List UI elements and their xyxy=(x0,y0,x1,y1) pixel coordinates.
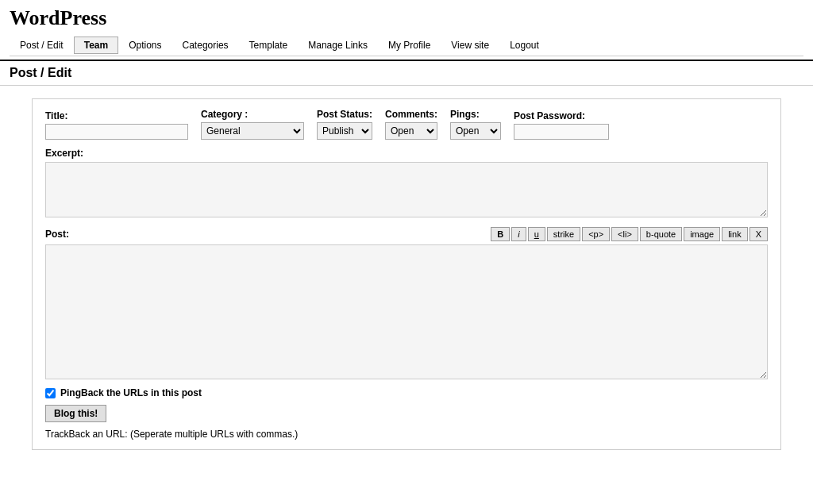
trackback-hint: (Seperate multiple URLs with commas.) xyxy=(130,429,298,440)
nav-item-template[interactable]: Template xyxy=(239,37,299,54)
post-textarea[interactable] xyxy=(45,244,768,379)
toolbar-btn-u[interactable]: u xyxy=(528,227,545,241)
comments-group: Comments: Open Closed xyxy=(385,109,437,140)
excerpt-section: Excerpt: xyxy=(45,148,768,217)
title-label: Title: xyxy=(45,110,188,121)
nav-item-team[interactable]: Team xyxy=(74,37,118,54)
main-content: Title: Category : General Post Status: P… xyxy=(0,86,813,463)
pingback-label: PingBack the URLs in this post xyxy=(60,387,202,398)
post-status-group: Post Status: Publish Draft Private xyxy=(317,109,372,140)
category-row: General xyxy=(201,122,304,140)
comments-label: Comments: xyxy=(385,109,437,120)
pings-group: Pings: Open Closed xyxy=(450,109,501,140)
excerpt-textarea[interactable] xyxy=(45,162,768,217)
nav-item-logout[interactable]: Logout xyxy=(499,37,549,54)
toolbar-btn-i[interactable]: i xyxy=(511,227,526,241)
comments-select[interactable]: Open Closed xyxy=(385,122,437,140)
pingback-row: PingBack the URLs in this post xyxy=(45,387,768,398)
toolbar-btn-x[interactable]: X xyxy=(749,227,768,241)
post-toolbar: Post: Biustrike<p><li>b-quoteimagelinkX xyxy=(45,227,768,241)
pingback-checkbox[interactable] xyxy=(45,388,56,398)
toolbar-btn-p[interactable]: <p> xyxy=(582,227,610,241)
nav-item-categories[interactable]: Categories xyxy=(172,37,239,54)
toolbar-btn-b[interactable]: B xyxy=(491,227,510,241)
app-header: WordPress Post / EditTeamOptionsCategori… xyxy=(0,0,813,61)
nav-item-options[interactable]: Options xyxy=(118,37,171,54)
nav-item-view-site[interactable]: View site xyxy=(441,37,499,54)
post-section: Post: Biustrike<p><li>b-quoteimagelinkX xyxy=(45,227,768,379)
page-heading: Post / Edit xyxy=(0,61,813,86)
post-label: Post: xyxy=(45,229,69,240)
trackback-label: TrackBack an URL: xyxy=(45,429,128,440)
title-field-group: Title: xyxy=(45,110,188,140)
post-password-group: Post Password: xyxy=(514,110,609,140)
top-row: Title: Category : General Post Status: P… xyxy=(45,109,768,140)
blog-this-button[interactable]: Blog this! xyxy=(45,405,106,422)
toolbar-btn-image[interactable]: image xyxy=(684,227,720,241)
post-password-label: Post Password: xyxy=(514,110,609,121)
form-container: Title: Category : General Post Status: P… xyxy=(32,98,781,450)
toolbar-btn-b-quote[interactable]: b-quote xyxy=(640,227,682,241)
app-title: WordPress xyxy=(10,6,803,30)
nav-bar: Post / EditTeamOptionsCategoriesTemplate… xyxy=(10,33,803,56)
category-label: Category : xyxy=(201,109,304,120)
category-field-group: Category : General xyxy=(201,109,304,140)
excerpt-label: Excerpt: xyxy=(45,148,768,159)
post-password-input[interactable] xyxy=(514,124,609,140)
nav-item-manage-links[interactable]: Manage Links xyxy=(298,37,378,54)
title-input[interactable] xyxy=(45,124,188,140)
trackback-row: TrackBack an URL: (Seperate multiple URL… xyxy=(45,429,768,440)
category-select[interactable]: General xyxy=(201,122,304,140)
pings-label: Pings: xyxy=(450,109,501,120)
toolbar-btn-strike[interactable]: strike xyxy=(547,227,580,241)
pings-select[interactable]: Open Closed xyxy=(450,122,501,140)
toolbar-btn-li[interactable]: <li> xyxy=(611,227,638,241)
post-status-label: Post Status: xyxy=(317,109,372,120)
toolbar-btn-link[interactable]: link xyxy=(722,227,748,241)
nav-item-post--edit[interactable]: Post / Edit xyxy=(10,37,74,54)
post-status-select[interactable]: Publish Draft Private xyxy=(317,122,372,140)
nav-item-my-profile[interactable]: My Profile xyxy=(378,37,441,54)
